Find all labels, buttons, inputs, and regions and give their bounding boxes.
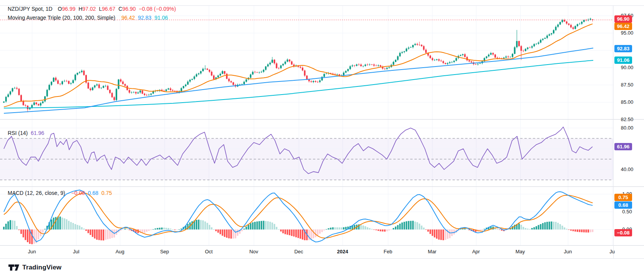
rsi-indicator-header[interactable]: RSI (14) 61.96 — [8, 130, 46, 136]
time-axis-label[interactable]: Jun — [21, 248, 43, 255]
low-label: L — [99, 6, 102, 12]
ma-indicator-title: Moving Average Triple (20, 100, 200, Sim… — [8, 15, 115, 21]
symbol-title: NZD/JPY Spot, 1D — [8, 6, 52, 12]
time-axis-label[interactable]: Ju — [601, 248, 623, 255]
ma-indicator-header[interactable]: Moving Average Triple (20, 100, 200, Sim… — [8, 15, 170, 21]
macd-axis-label: 0.50 — [614, 208, 640, 215]
high-label: H — [78, 6, 82, 12]
macd-line-value: 0.68 — [88, 190, 98, 196]
tradingview-logo-icon[interactable] — [8, 263, 19, 272]
macd-signal-value: 0.75 — [102, 190, 112, 196]
price-badge: 91.06 — [614, 57, 632, 64]
time-axis-label[interactable]: Apr — [465, 248, 487, 255]
chart-canvas[interactable] — [0, 0, 644, 276]
macd-badge: 0.75 — [614, 194, 632, 201]
ma100-value: 92.83 — [138, 15, 151, 21]
low-value: 96.67 — [102, 6, 115, 12]
footer: TradingView — [0, 259, 644, 276]
price-badge: 96.42 — [614, 23, 632, 30]
close-label: C — [118, 6, 122, 12]
brand-name: TradingView — [22, 264, 62, 271]
price-axis-label: 90.00 — [614, 64, 640, 71]
price-axis-label: 95.00 — [614, 30, 640, 37]
symbol-header[interactable]: NZD/JPY Spot, 1D O96.99 H97.02 L96.67 C9… — [8, 6, 178, 12]
price-axis-label: 85.00 — [614, 99, 640, 106]
rsi-title: RSI (14) — [8, 130, 28, 136]
time-axis-label[interactable]: Dec — [288, 248, 310, 255]
time-axis-label[interactable]: May — [509, 248, 531, 255]
time-axis-label[interactable]: Aug — [109, 248, 131, 255]
time-axis-label[interactable]: Sep — [154, 248, 175, 255]
macd-badge: −0.08 — [614, 229, 632, 236]
macd-hist-value: −0.08 — [71, 190, 85, 196]
time-axis-label[interactable]: Jun — [557, 248, 579, 255]
time-axis-label[interactable]: Jul — [65, 248, 87, 255]
ma200-value: 91.06 — [155, 15, 168, 21]
price-axis-label: 87.50 — [614, 81, 640, 88]
time-axis-label[interactable]: Oct — [198, 248, 220, 255]
close-value: 96.90 — [122, 6, 136, 12]
macd-badge: 0.68 — [614, 201, 632, 209]
time-axis-label[interactable]: 2024 — [332, 248, 353, 255]
macd-indicator-header[interactable]: MACD (12, 26, close, 9) −0.08 0.68 0.75 — [8, 190, 113, 196]
rsi-value: 61.96 — [31, 130, 44, 136]
price-badge: 96.90 — [614, 15, 632, 23]
rsi-badge: 61.96 — [614, 143, 632, 150]
rsi-axis-label: 40.00 — [614, 166, 640, 173]
time-axis-label[interactable]: Feb — [377, 248, 399, 255]
open-value: 96.99 — [62, 6, 75, 12]
change-value: −0.08 (−0.09%) — [139, 6, 176, 12]
tradingview-chart-app: NZD/JPY Spot, 1D O96.99 H97.02 L96.67 C9… — [0, 0, 644, 276]
macd-title: MACD (12, 26, close, 9) — [8, 190, 65, 196]
rsi-axis-label: 80.00 — [614, 125, 640, 131]
time-axis-label[interactable]: Nov — [243, 248, 265, 255]
ma20-value: 96.42 — [121, 15, 135, 21]
time-axis-label[interactable]: Mar — [421, 248, 443, 255]
high-value: 97.02 — [82, 6, 96, 12]
open-label: O — [58, 6, 62, 12]
price-badge: 92.83 — [614, 45, 632, 52]
price-axis-label: 82.50 — [614, 116, 640, 123]
